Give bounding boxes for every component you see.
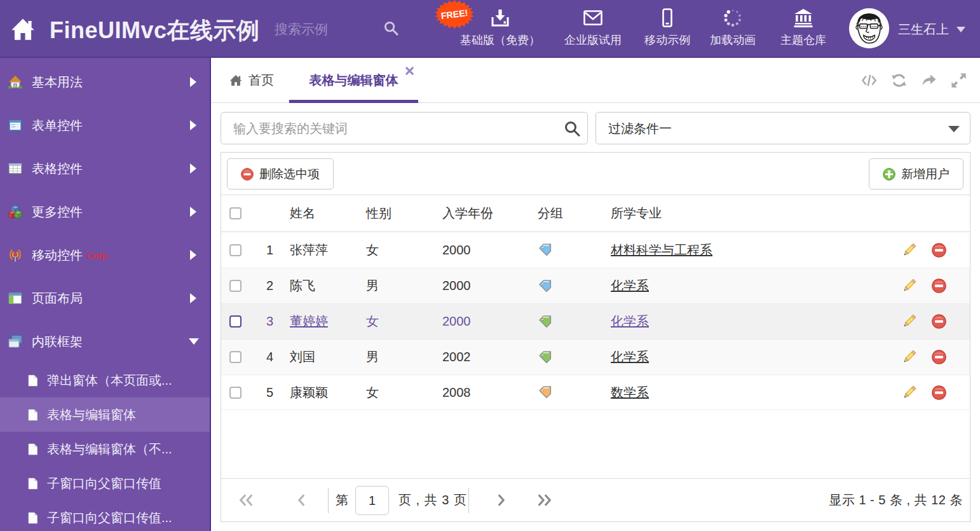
cell-major: 化学系 xyxy=(601,313,887,330)
sidebar-item-label: 基本用法 xyxy=(32,74,83,91)
row-checkbox[interactable] xyxy=(229,351,242,363)
cell-actions xyxy=(887,350,970,364)
sidebar-subitem-5[interactable]: 子窗口向父窗口传值... xyxy=(0,500,210,531)
prev-page-icon[interactable] xyxy=(294,493,310,507)
share-icon[interactable] xyxy=(921,72,937,88)
header-nav-item[interactable]: 主题仓库 xyxy=(780,8,826,48)
major-link[interactable]: 化学系 xyxy=(611,313,649,330)
chevron-right-icon xyxy=(190,163,196,174)
avatar[interactable] xyxy=(849,8,889,48)
row-checkbox[interactable] xyxy=(229,387,242,399)
sidebar-subitem-3[interactable]: 表格与编辑窗体（不... xyxy=(0,432,210,466)
pager-divider xyxy=(468,488,469,513)
grid-row-4[interactable]: 4刘国男2002化学系 xyxy=(221,339,970,375)
header-nav-label: 主题仓库 xyxy=(780,32,826,48)
cell-major: 化学系 xyxy=(601,348,887,366)
tab-active-label: 表格与编辑窗体 xyxy=(289,72,418,89)
layout-icon xyxy=(8,291,22,305)
row-checkbox[interactable] xyxy=(229,315,242,328)
delete-row-icon[interactable] xyxy=(932,314,946,329)
user-name[interactable]: 三生石上 xyxy=(898,21,949,38)
filter-row: 输入要搜索的关键词 过滤条件一 xyxy=(221,112,970,144)
pager: 第 1 页 , 共 3 页 显示 1 - 5 条 , 共 12 条 xyxy=(221,478,970,521)
tab-close-icon[interactable] xyxy=(405,66,414,76)
cell-gender: 女 xyxy=(356,242,432,259)
edit-icon[interactable] xyxy=(902,243,916,258)
col-major[interactable]: 所学专业 xyxy=(601,205,887,222)
header-search-input[interactable]: 搜索示例 xyxy=(275,19,402,39)
col-group[interactable]: 分组 xyxy=(527,205,601,222)
tab-home[interactable]: 首页 xyxy=(229,58,274,102)
last-page-icon[interactable] xyxy=(536,493,552,507)
row-checkbox[interactable] xyxy=(229,280,242,292)
edit-icon[interactable] xyxy=(902,314,916,329)
col-year[interactable]: 入学年份 xyxy=(432,205,527,222)
tab-active[interactable]: 表格与编辑窗体 xyxy=(289,58,418,103)
sidebar-subitem-4[interactable]: 子窗口向父窗口传值 xyxy=(0,466,210,500)
col-name[interactable]: 姓名 xyxy=(280,205,356,222)
grid-search-input[interactable]: 输入要搜索的关键词 xyxy=(221,112,588,144)
add-user-button[interactable]: 新增用户 xyxy=(869,158,963,190)
major-link[interactable]: 化学系 xyxy=(611,277,649,294)
delete-row-icon[interactable] xyxy=(932,350,946,364)
cell-group xyxy=(527,385,601,400)
cell-year: 2002 xyxy=(432,350,527,364)
next-page-icon[interactable] xyxy=(493,493,508,507)
header-nav-item[interactable]: 基础版（免费） xyxy=(460,8,540,48)
grid-row-2[interactable]: 2陈飞男2000化学系 xyxy=(221,268,970,303)
tab-active-underline xyxy=(289,100,418,103)
page-number-input[interactable]: 1 xyxy=(355,486,389,515)
topbar: FineUIMvc在线示例 搜索示例 FREE! 基础版（免费）企业版试用移动示… xyxy=(0,0,980,58)
delete-selected-button[interactable]: 删除选中项 xyxy=(227,158,334,190)
sidebar-subitem-1[interactable]: 弹出窗体（本页面或... xyxy=(0,363,210,397)
cell-year: 2000 xyxy=(432,243,527,258)
user-caret-down-icon[interactable] xyxy=(956,27,965,32)
first-page-icon[interactable] xyxy=(239,493,254,507)
code-icon[interactable] xyxy=(861,72,877,88)
row-checkbox[interactable] xyxy=(229,244,242,256)
bank-icon xyxy=(793,8,813,28)
sidebar-item-2[interactable]: 表单控件 xyxy=(0,104,210,147)
delete-row-icon[interactable] xyxy=(932,385,946,400)
cell-actions xyxy=(887,385,970,400)
header-nav-label: 企业版试用 xyxy=(564,32,622,48)
tag-green-icon xyxy=(538,350,553,365)
delete-row-icon[interactable] xyxy=(932,243,946,258)
major-link[interactable]: 材料科学与工程系 xyxy=(611,242,712,259)
header-nav-item[interactable]: 企业版试用 xyxy=(564,8,622,48)
col-gender[interactable]: 性别 xyxy=(356,205,432,222)
cell-name: 康颖颖 xyxy=(280,384,356,401)
major-link[interactable]: 化学系 xyxy=(611,348,649,366)
edit-icon[interactable] xyxy=(902,279,916,293)
delete-row-icon[interactable] xyxy=(932,279,946,293)
select-all-checkbox[interactable] xyxy=(229,207,242,219)
major-link[interactable]: 数学系 xyxy=(611,384,649,401)
sidebar-item-4[interactable]: 更多控件 xyxy=(0,190,210,233)
home-icon[interactable] xyxy=(11,17,35,41)
sidebar-item-5[interactable]: 移动控件Corp. xyxy=(0,233,210,277)
sidebar-subitem-2[interactable]: 表格与编辑窗体 xyxy=(0,397,210,432)
edit-icon[interactable] xyxy=(902,350,916,364)
cell-major: 数学系 xyxy=(601,384,887,401)
header-nav-item[interactable]: 移动示例 xyxy=(644,8,690,48)
edit-icon[interactable] xyxy=(902,385,916,400)
sidebar-item-6[interactable]: 页面布局 xyxy=(0,277,210,320)
sidebar-subitem-label: 子窗口向父窗口传值 xyxy=(47,475,161,492)
cell-index: 3 xyxy=(249,314,280,329)
cell-name: 陈飞 xyxy=(280,277,356,294)
cell-index: 4 xyxy=(249,350,280,364)
filter-dropdown[interactable]: 过滤条件一 xyxy=(595,112,970,144)
refresh-icon[interactable] xyxy=(891,72,907,88)
pager-summary: 显示 1 - 5 条 , 共 12 条 xyxy=(829,492,963,509)
search-icon[interactable] xyxy=(564,120,581,137)
header-nav-item[interactable]: 加载动画 xyxy=(710,8,756,48)
chevron-down-icon xyxy=(189,338,199,345)
expand-icon[interactable] xyxy=(951,72,967,88)
grid-row-5[interactable]: 5康颖颖女2008数学系 xyxy=(221,375,970,410)
sidebar-item-7[interactable]: 内联框架 xyxy=(0,320,210,363)
grid-row-1[interactable]: 1张萍萍女2000材料科学与工程系 xyxy=(221,232,970,268)
sidebar-item-3[interactable]: 表格控件 xyxy=(0,147,210,190)
sidebar-item-1[interactable]: 基本用法 xyxy=(0,60,210,104)
search-icon[interactable] xyxy=(383,20,399,36)
grid-row-3[interactable]: 3董婷婷女2000化学系 xyxy=(221,303,970,339)
